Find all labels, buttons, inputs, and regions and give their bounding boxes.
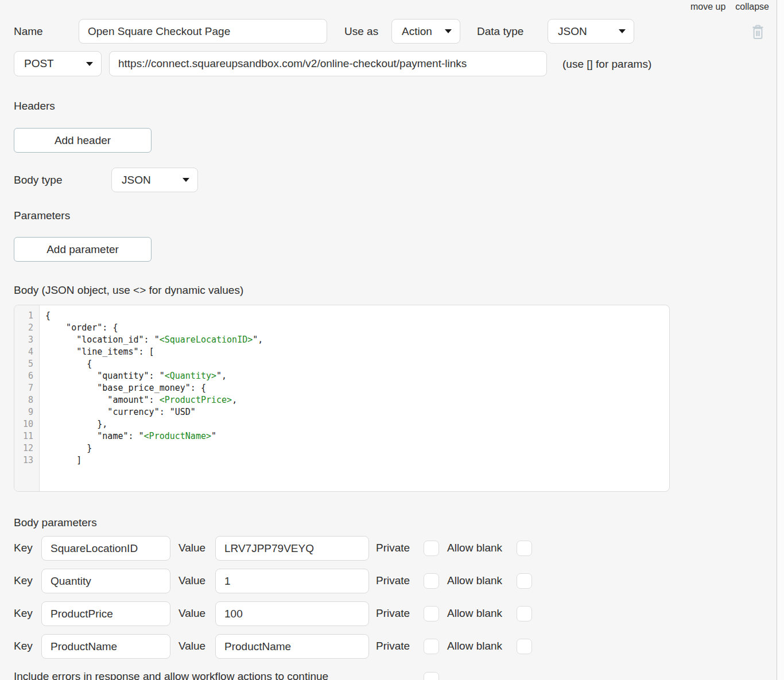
private-label: Private (376, 640, 410, 652)
http-method-dropdown[interactable]: POST (14, 51, 102, 76)
headers-section-label: Headers (14, 100, 55, 112)
key-label: Key (14, 607, 33, 620)
body-editor-label: Body (JSON object, use <> for dynamic va… (14, 284, 243, 297)
data-type-value: JSON (558, 25, 587, 38)
allow-blank-checkbox[interactable] (517, 573, 532, 589)
data-type-label: Data type (477, 25, 523, 38)
body-type-label: Body type (14, 174, 63, 186)
allow-blank-label: Allow blank (447, 607, 502, 620)
url-input[interactable] (109, 51, 547, 76)
private-label: Private (376, 574, 410, 587)
panel-controls: move up collapse (690, 2, 769, 12)
action-config-panel: move up collapse Name Use as Action Data… (0, 0, 777, 680)
body-parameter-row: Key Value Private Allow blank (0, 536, 777, 561)
body-type-value: JSON (122, 174, 151, 186)
url-params-hint: (use [] for params) (562, 58, 651, 71)
editor-code[interactable]: { "order": { "location_id": "<SquareLoca… (40, 305, 669, 491)
param-key-input[interactable] (41, 569, 170, 593)
use-as-dropdown[interactable]: Action (391, 19, 460, 44)
move-up-link[interactable]: move up (690, 2, 725, 12)
value-label: Value (178, 607, 205, 620)
value-label: Value (178, 574, 205, 587)
add-parameter-button[interactable]: Add parameter (14, 237, 152, 262)
body-parameters-label: Body parameters (14, 516, 97, 529)
private-label: Private (376, 607, 410, 620)
allow-blank-label: Allow blank (447, 574, 502, 587)
private-checkbox[interactable] (424, 541, 439, 556)
data-type-dropdown[interactable]: JSON (548, 19, 634, 44)
chevron-down-icon (183, 178, 189, 182)
chevron-down-icon (445, 29, 452, 33)
allow-blank-checkbox[interactable] (517, 639, 532, 654)
body-json-editor[interactable]: 12345678910111213 { "order": { "location… (14, 305, 670, 492)
parameters-section-label: Parameters (14, 209, 70, 222)
include-errors-checkbox[interactable] (424, 672, 439, 680)
allow-blank-label: Allow blank (447, 542, 502, 554)
key-label: Key (14, 542, 33, 554)
body-parameter-row: Key Value Private Allow blank (0, 569, 777, 593)
allow-blank-label: Allow blank (447, 640, 502, 652)
value-label: Value (178, 542, 205, 554)
name-input[interactable] (79, 19, 327, 44)
param-value-input[interactable] (215, 634, 369, 659)
use-as-value: Action (402, 25, 432, 38)
name-label: Name (14, 25, 43, 38)
param-key-input[interactable] (41, 601, 170, 626)
add-header-button[interactable]: Add header (14, 128, 152, 153)
private-label: Private (376, 542, 410, 554)
collapse-link[interactable]: collapse (735, 2, 769, 12)
delete-action-button[interactable] (751, 24, 764, 42)
private-checkbox[interactable] (424, 639, 439, 654)
param-value-input[interactable] (215, 569, 369, 593)
chevron-down-icon (619, 29, 626, 33)
param-key-input[interactable] (41, 634, 170, 659)
private-checkbox[interactable] (424, 573, 439, 589)
private-checkbox[interactable] (424, 606, 439, 621)
chevron-down-icon (86, 62, 93, 66)
use-as-label: Use as (344, 25, 378, 38)
key-label: Key (14, 640, 33, 652)
param-value-input[interactable] (215, 601, 369, 626)
body-parameter-row: Key Value Private Allow blank (0, 634, 777, 659)
body-parameter-row: Key Value Private Allow blank (0, 601, 777, 626)
param-value-input[interactable] (215, 536, 369, 561)
param-key-input[interactable] (41, 536, 170, 561)
key-label: Key (14, 574, 33, 587)
body-type-dropdown[interactable]: JSON (111, 168, 198, 192)
allow-blank-checkbox[interactable] (517, 606, 532, 621)
allow-blank-checkbox[interactable] (517, 541, 532, 556)
trash-icon (751, 24, 764, 40)
value-label: Value (178, 640, 205, 652)
editor-line-numbers: 12345678910111213 (14, 305, 40, 491)
include-errors-label: Include errors in response and allow wor… (14, 670, 328, 680)
http-method-value: POST (24, 57, 54, 70)
